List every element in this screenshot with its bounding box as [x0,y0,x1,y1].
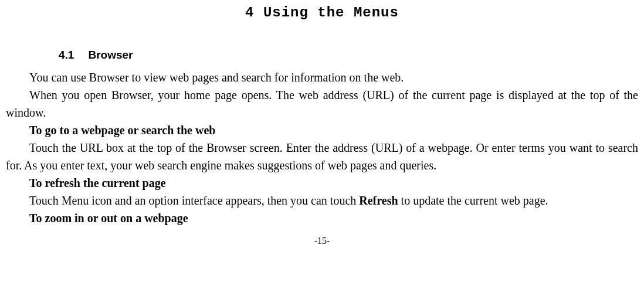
paragraph: Touch the URL box at the top of the Brow… [6,139,638,174]
document-page: 4 Using the Menus 4.1Browser You can use… [0,0,644,248]
text-run: Touch Menu icon and an option interface … [29,194,359,207]
paragraph: When you open Browser, your home page op… [6,86,638,121]
text-bold: Refresh [359,194,398,207]
subheading: To go to a webpage or search the web [6,121,638,139]
section-title: Browser [88,49,133,61]
text-run: to update the current web page. [398,194,548,207]
paragraph: You can use Browser to view web pages an… [6,69,638,86]
page-number: -15- [6,234,638,248]
paragraph: Touch Menu icon and an option interface … [6,192,638,209]
section-heading: 4.1Browser [59,47,638,64]
chapter-title: 4 Using the Menus [6,2,638,23]
section-number: 4.1 [59,49,74,61]
subheading: To zoom in or out on a webpage [6,209,638,227]
subheading: To refresh the current page [6,174,638,192]
